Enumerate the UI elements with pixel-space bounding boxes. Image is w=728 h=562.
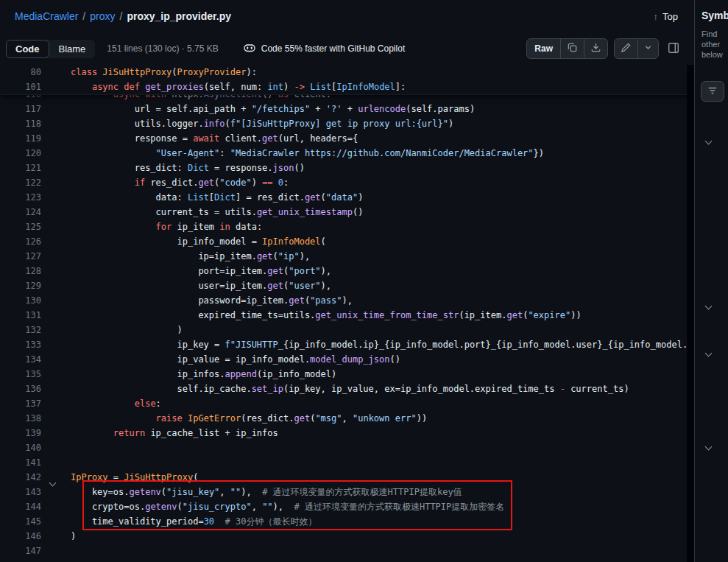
line-number[interactable]: 127 [0,249,41,264]
code-text: ip_infos.append(ip_info_model) [71,367,336,382]
line-number[interactable]: 130 [0,293,41,308]
code-line-141: 141 [0,455,694,470]
pencil-icon [621,42,632,55]
code-text: IpProxy = JiSuHttpProxy( [71,470,198,485]
code-text: ip_info_model = IpInfoModel( [71,234,326,249]
line-number[interactable]: 136 [0,382,41,396]
line-number[interactable]: 120 [0,146,41,161]
line-number[interactable]: 144 [0,499,41,514]
line-number[interactable]: 126 [0,234,41,249]
line-number[interactable]: 118 [0,116,41,131]
line-number[interactable]: 101 [0,80,41,94]
code-lines: 116 async with httpx.AsyncClient() as cl… [0,65,694,558]
code-line-127: 127 ip=ip_item.get("ip"), [0,249,694,264]
edit-dropdown-button[interactable] [637,38,659,59]
sticky-context-lines: 80class JiSuHttpProxy(ProxyProvider):101… [0,65,694,95]
line-number[interactable]: 137 [0,396,41,411]
code-text: else: [71,396,161,411]
code-line-134: 134 ip_value = ip_info_model.model_dump_… [0,352,694,367]
line-number[interactable]: 139 [0,426,41,440]
symbols-panel: Symbols Find other below [695,0,728,562]
symbols-panel-toggle[interactable] [665,39,682,59]
toolbar-actions: Raw [526,38,682,59]
breadcrumb-folder-link[interactable]: proxy [90,10,115,22]
code-line-131: 131 expired_time_ts=utils.get_unix_time_… [0,308,694,323]
line-number[interactable]: 140 [0,440,41,455]
github-file-view: MediaCrawler / proxy / proxy_ip_provider… [0,0,728,562]
line-number[interactable]: 145 [0,514,41,529]
code-text: ) [71,529,76,544]
raw-button[interactable]: Raw [526,38,561,59]
code-line-145: 145 time_validity_period=30 # 30分钟（最长时效） [0,514,694,529]
code-blame-switcher: Code Blame [6,40,95,58]
code-text: ip_value = ip_info_model.model_dump_json… [71,352,400,367]
line-number[interactable]: 128 [0,264,41,278]
code-text: data: List[Dict] = res_dict.get("data") [71,190,363,205]
line-number[interactable]: 131 [0,308,41,323]
symbols-panel-description: Find other below [702,29,723,60]
code-text: time_validity_period=30 # 30分钟（最长时效） [71,514,317,529]
symbols-description-line: below [702,49,723,60]
code-line-140: 140 [0,440,694,455]
code-line-138: 138 raise IpGetError(res_dict.get("msg",… [0,411,694,426]
tab-blame[interactable]: Blame [49,40,96,58]
copy-icon [567,42,578,55]
code-line-119: 119 response = await client.get(url, hea… [0,131,694,146]
line-number[interactable]: 80 [0,65,41,80]
line-number[interactable]: 141 [0,455,41,470]
symbol-expand-chevron-icon[interactable] [705,443,713,451]
line-number[interactable]: 133 [0,337,41,352]
line-number[interactable]: 124 [0,205,41,219]
code-line-121: 121 res_dict: Dict = response.json() [0,161,694,175]
edit-button[interactable] [614,38,638,59]
up-arrow-icon: ↑ [654,11,659,22]
symbol-expand-chevron-icon[interactable] [705,350,713,357]
code-text: ) [71,323,183,337]
code-text: utils.logger.info(f"[JiSuHttpProxy] get … [71,116,453,131]
symbol-expand-chevron-icon[interactable] [705,138,713,145]
copy-raw-button[interactable] [560,38,584,59]
code-text: self.ip_cache.set_ip(ip_key, ip_value, e… [71,382,629,396]
copilot-banner-text: Code 55% faster with GitHub Copilot [261,43,405,54]
line-number[interactable]: 138 [0,411,41,426]
download-button[interactable] [584,38,608,59]
line-number[interactable]: 132 [0,323,41,337]
line-number[interactable]: 135 [0,367,41,382]
line-number[interactable]: 146 [0,529,41,544]
scrollbar-gutter[interactable] [687,65,694,562]
tab-code[interactable]: Code [6,40,49,58]
breadcrumb-repo-link[interactable]: MediaCrawler [15,10,78,22]
line-number[interactable]: 117 [0,102,41,116]
line-number[interactable]: 123 [0,190,41,205]
line-number[interactable]: 122 [0,175,41,190]
line-number[interactable]: 142 [0,470,41,485]
code-text: if res_dict.get("code") == 0: [71,175,289,190]
line-number[interactable]: 134 [0,352,41,367]
code-line-147: 147 [0,544,694,558]
back-to-top-button[interactable]: ↑ Top [654,11,678,22]
line-number[interactable]: 125 [0,219,41,234]
code-line-101: 101 async def get_proxies(self, num: int… [0,80,694,94]
code-line-143: 143 key=os.getenv("jisu_key", ""), # 通过环… [0,485,694,499]
symbols-filter-button[interactable] [701,81,724,102]
code-text: for ip_item in data: [71,219,262,234]
code-text: port=ip_item.get("port"), [71,264,331,278]
line-number[interactable]: 121 [0,161,41,175]
filter-icon [707,85,718,98]
code-text: ip_key = f"JISUHTTP_{ip_info_model.ip}_{… [71,337,694,352]
line-number[interactable]: 147 [0,544,41,558]
top-button-label: Top [662,11,678,22]
symbol-expand-chevron-icon[interactable] [705,303,713,310]
side-panel-icon [668,42,679,56]
code-line-135: 135 ip_infos.append(ip_info_model) [0,367,694,382]
breadcrumb-separator: / [82,10,85,22]
code-line-120: 120 "User-Agent": "MediaCrawler https://… [0,146,694,161]
code-text: expired_time_ts=utils.get_unix_time_from… [71,308,582,323]
code-line-122: 122 if res_dict.get("code") == 0: [0,175,694,190]
code-line-124: 124 current_ts = utils.get_unix_timestam… [0,205,694,219]
copilot-banner[interactable]: Code 55% faster with GitHub Copilot [244,42,405,56]
line-number[interactable]: 129 [0,278,41,293]
code-line-118: 118 utils.logger.info(f"[JiSuHttpProxy] … [0,116,694,131]
line-number[interactable]: 119 [0,131,41,146]
line-number[interactable]: 143 [0,485,41,499]
